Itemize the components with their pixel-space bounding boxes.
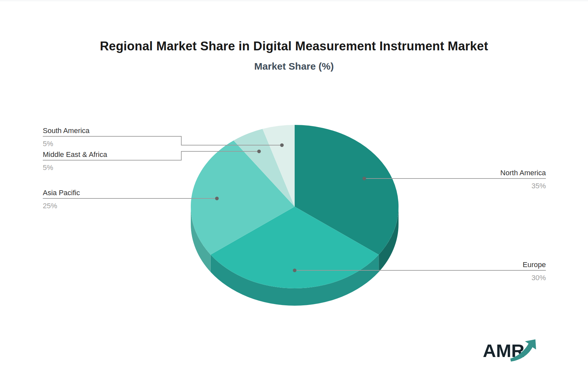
amr-logo: AMR xyxy=(480,333,546,366)
slice-label-europe: Europe xyxy=(523,261,546,269)
slice-label-north-america: North America xyxy=(500,169,546,177)
connector-dot-asia-pacific xyxy=(215,197,219,200)
connector-dot-south-america xyxy=(280,144,284,147)
slice-value-south-america: 5% xyxy=(43,140,53,148)
slice-label-middle-east-africa: Middle East & Africa xyxy=(43,150,107,159)
pie-chart: North America35%Europe30%Asia Pacific25%… xyxy=(0,0,588,391)
connector-dot-middle-east-africa xyxy=(257,150,261,153)
slice-value-north-america: 35% xyxy=(531,182,546,190)
slice-value-asia-pacific: 25% xyxy=(43,202,57,210)
slice-label-south-america: South America xyxy=(43,127,90,135)
slice-value-europe: 30% xyxy=(531,274,546,282)
slice-value-middle-east-africa: 5% xyxy=(43,163,53,172)
connector-dot-europe xyxy=(293,269,297,272)
connector-dot-north-america xyxy=(363,177,366,180)
slice-label-asia-pacific: Asia Pacific xyxy=(43,189,80,197)
